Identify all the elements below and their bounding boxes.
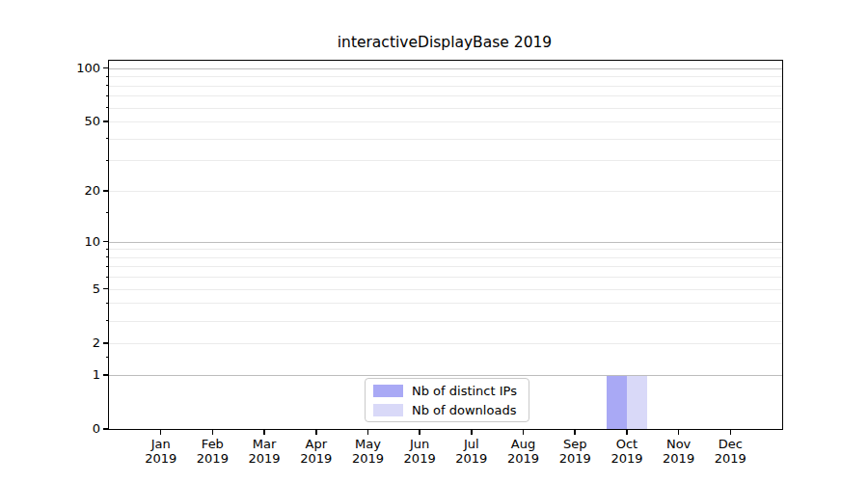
x-tick-mark bbox=[678, 429, 680, 435]
y-minor-tick-mark bbox=[106, 85, 110, 86]
x-tick-label: Jan 2019 bbox=[118, 437, 204, 466]
y-minor-tick-mark bbox=[106, 256, 110, 257]
y-gridline-minor bbox=[109, 95, 782, 96]
y-tick-label: 100 bbox=[42, 61, 100, 76]
x-tick-mark bbox=[212, 429, 214, 435]
y-minor-tick-mark bbox=[106, 303, 110, 304]
y-gridline-minor bbox=[109, 303, 782, 304]
y-gridline-minor bbox=[109, 249, 782, 250]
plot-area: Dec 2019Nov 2019Oct 2019Sep 2019Aug 2019… bbox=[108, 60, 783, 430]
y-gridline-minor bbox=[109, 266, 782, 267]
y-gridline-minor bbox=[109, 343, 782, 344]
legend: Nb of distinct IPs Nb of downloads bbox=[365, 378, 529, 422]
y-tick-mark bbox=[103, 120, 109, 122]
x-tick-mark bbox=[263, 429, 265, 435]
x-tick-mark bbox=[419, 429, 420, 435]
y-tick-label: 2 bbox=[42, 335, 100, 351]
y-gridline-minor bbox=[109, 160, 782, 161]
y-gridline-minor bbox=[109, 121, 782, 122]
y-minor-tick-mark bbox=[106, 249, 110, 250]
x-tick-mark bbox=[367, 429, 369, 435]
y-tick-label: 20 bbox=[42, 183, 100, 199]
y-gridline-minor bbox=[109, 139, 782, 140]
y-tick-mark bbox=[103, 67, 109, 69]
y-tick-mark bbox=[103, 342, 109, 344]
y-gridline-minor bbox=[109, 289, 782, 290]
y-tick-mark bbox=[103, 190, 109, 192]
legend-swatch-downloads bbox=[373, 404, 403, 416]
y-tick-mark bbox=[103, 288, 109, 290]
y-tick-label: 0 bbox=[42, 421, 100, 437]
chart-title: interactiveDisplayBase 2019 bbox=[108, 34, 781, 51]
y-gridline-minor bbox=[109, 108, 782, 109]
bar-distinct-ips-oct bbox=[607, 375, 627, 429]
x-tick-mark bbox=[626, 429, 628, 435]
y-minor-tick-mark bbox=[106, 277, 110, 278]
y-minor-tick-mark bbox=[106, 266, 110, 267]
y-tick-mark bbox=[103, 241, 109, 243]
x-tick-mark bbox=[315, 429, 317, 435]
y-gridline-major bbox=[109, 242, 782, 243]
y-gridline-major bbox=[109, 375, 782, 376]
y-tick-label: 5 bbox=[42, 281, 100, 297]
y-gridline-major bbox=[109, 68, 782, 69]
x-tick-mark bbox=[523, 429, 525, 435]
y-tick-label: 10 bbox=[42, 234, 100, 250]
figure: interactiveDisplayBase 2019 Dec 2019Nov … bbox=[0, 0, 868, 482]
legend-label-downloads: Nb of downloads bbox=[412, 403, 516, 417]
bar-downloads-oct bbox=[627, 375, 647, 429]
y-gridline-minor bbox=[109, 321, 782, 322]
legend-label-distinct-ips: Nb of distinct IPs bbox=[412, 384, 517, 398]
y-minor-tick-mark bbox=[106, 76, 110, 77]
y-gridline-minor bbox=[109, 257, 782, 258]
y-minor-tick-mark bbox=[106, 357, 110, 358]
x-tick-mark bbox=[160, 429, 162, 435]
y-tick-mark bbox=[103, 374, 109, 376]
y-tick-label: 1 bbox=[42, 367, 100, 383]
x-tick-mark bbox=[574, 429, 576, 435]
y-minor-tick-mark bbox=[106, 212, 110, 213]
legend-swatch-distinct-ips bbox=[373, 385, 403, 397]
x-tick-mark bbox=[471, 429, 473, 435]
y-gridline-minor bbox=[109, 76, 782, 77]
legend-item-distinct-ips: Nb of distinct IPs bbox=[373, 384, 521, 398]
y-gridline-minor bbox=[109, 191, 782, 192]
y-minor-tick-mark bbox=[106, 95, 110, 96]
y-gridline-minor bbox=[109, 277, 782, 278]
y-minor-tick-mark bbox=[106, 320, 110, 321]
y-minor-tick-mark bbox=[106, 107, 110, 108]
y-minor-tick-mark bbox=[106, 160, 110, 161]
y-gridline-minor bbox=[109, 86, 782, 87]
legend-item-downloads: Nb of downloads bbox=[373, 403, 521, 417]
x-tick-mark bbox=[730, 429, 732, 435]
y-minor-tick-mark bbox=[106, 138, 110, 139]
y-tick-mark bbox=[103, 428, 109, 430]
y-tick-label: 50 bbox=[42, 114, 100, 129]
